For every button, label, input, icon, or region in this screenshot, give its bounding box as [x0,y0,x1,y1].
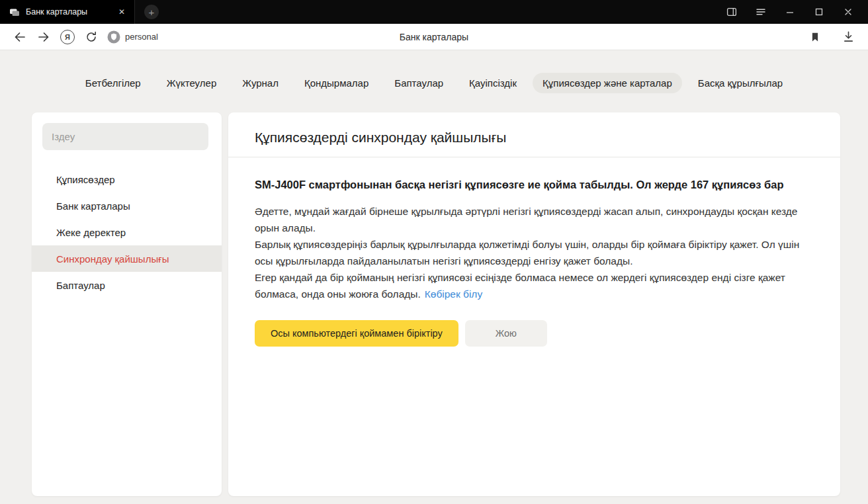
bookmark-button[interactable] [803,26,827,48]
yandex-logo-icon: Я [60,30,75,44]
forward-button[interactable] [32,26,56,48]
tab-title: Банк карталары [26,7,110,17]
description-paragraph-1: Әдетте, мұндай жағдай бірнеше құрылғыда … [255,203,805,236]
nav-item-other-devices[interactable]: Басқа құрылғылар [688,73,793,93]
nav-item-downloads[interactable]: Жүктеулер [157,73,227,93]
search-input[interactable] [42,123,208,150]
learn-more-link[interactable]: Көбірек білу [425,288,482,300]
browser-tab[interactable]: Банк карталары ✕ [0,0,135,24]
sidebar-item-personal-data[interactable]: Жеке деректер [32,219,222,245]
passwords-sidebar: Құпиясөздер Банк карталары Жеке деректер… [32,112,222,496]
reload-button[interactable] [79,26,103,48]
sidebar-item-passwords[interactable]: Құпиясөздер [32,166,222,192]
browser-menu-icon[interactable] [746,0,775,24]
downloads-button[interactable] [836,26,860,48]
nav-item-extensions[interactable]: Қондырмалар [294,73,378,93]
window-titlebar: Банк карталары ✕ + [0,0,868,24]
profile-badge[interactable]: personal [107,30,158,44]
close-window-button[interactable] [834,0,863,24]
conflict-heading: SM-J400F смартфонынан басқа негізгі құпи… [255,176,784,193]
sidebar-list: Құпиясөздер Банк карталары Жеке деректер… [32,166,222,298]
nav-item-bookmarks[interactable]: Бетбелгілер [75,73,151,93]
minimize-button[interactable] [775,0,804,24]
sidebar-item-sync-conflict[interactable]: Синхрондау қайшылығы [32,245,222,272]
protect-shield-icon [107,30,120,44]
nav-item-history[interactable]: Журнал [232,73,288,93]
nav-item-settings[interactable]: Баптаулар [384,73,453,93]
description-paragraph-3: Егер қандай да бір қойманың негізгі құпи… [255,269,805,302]
description-paragraph-2: Барлық құпиясөздеріңіз барлық құрылғылар… [255,236,805,269]
sidebar-item-bank-cards[interactable]: Банк карталары [32,192,222,219]
conflict-description: Әдетте, мұндай жағдай бірнеше құрылғыда … [255,203,805,302]
nav-item-security[interactable]: Қауіпсіздік [459,73,527,93]
window-controls [717,0,863,24]
tab-favicon-icon [9,7,20,17]
settings-nav: Бетбелгілер Жүктеулер Журнал Қондырмалар… [0,73,868,93]
browser-toolbar: Я personal Банк карталары [0,24,868,50]
back-button[interactable] [8,26,32,48]
sync-conflict-panel: Құпиясөздерді синхрондау қайшылығы SM-J4… [228,112,840,496]
panel-title: Құпиясөздерді синхрондау қайшылығы [228,112,840,157]
profile-name: personal [125,32,158,42]
delete-button[interactable]: Жою [465,320,547,347]
maximize-button[interactable] [804,0,834,24]
new-tab-button[interactable]: + [144,5,159,19]
nav-item-passwords-cards[interactable]: Құпиясөздер және карталар [533,73,682,93]
yandex-home-button[interactable]: Я [56,26,79,48]
merge-storage-button[interactable]: Осы компьютердегі қоймамен біріктіру [255,320,458,347]
sidebar-item-settings[interactable]: Баптаулар [32,272,222,298]
tab-close-icon[interactable]: ✕ [116,6,128,18]
side-panel-icon[interactable] [717,0,746,24]
